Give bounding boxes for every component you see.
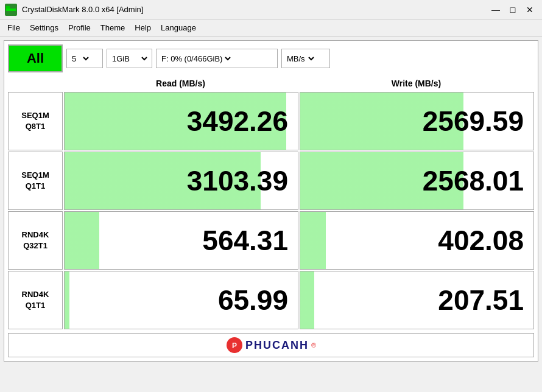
svg-rect-1 (6, 9, 16, 11)
read-value-2: 564.31 (64, 211, 298, 270)
write-value-2: 402.08 (300, 211, 534, 270)
close-button[interactable]: ✕ (523, 4, 537, 16)
row-label-1: SEQ1MQ1T1 (8, 152, 63, 210)
row-label-2: RND4KQ32T1 (8, 211, 63, 270)
controls-row: All 1 2 3 5 10 512MiB 1GiB 2GiB 4GiB 8Gi… (8, 44, 534, 72)
menu-item-file[interactable]: File (2, 21, 25, 34)
table-row: RND4KQ32T1564.31402.08 (8, 211, 534, 270)
svg-rect-2 (6, 6, 10, 9)
header-read: Read (MB/s) (63, 76, 298, 91)
read-value-3: 65.99 (64, 271, 298, 329)
row-label-3: RND4KQ1T1 (8, 271, 63, 329)
table-row: SEQ1MQ1T13103.392568.01 (8, 152, 534, 210)
phucanh-icon: P (226, 337, 243, 354)
minimize-button[interactable]: — (488, 4, 503, 16)
title-bar: CrystalDiskMark 8.0.0 x64 [Admin] — □ ✕ (0, 0, 542, 19)
table-row: SEQ1MQ8T13492.262569.59 (8, 92, 534, 150)
menu-item-help[interactable]: Help (130, 21, 156, 34)
unit-select[interactable]: MB/s GB/s IOPS μs (284, 54, 316, 64)
app-icon (5, 4, 17, 16)
window-title: CrystalDiskMark 8.0.0 x64 [Admin] (22, 5, 143, 14)
read-value-0: 3492.26 (64, 92, 298, 150)
logo-reg: ® (311, 341, 316, 349)
menu-item-language[interactable]: Language (156, 21, 201, 34)
read-value-1: 3103.39 (64, 152, 298, 210)
count-select[interactable]: 1 2 3 5 10 (69, 54, 91, 64)
menu-item-theme[interactable]: Theme (96, 21, 130, 34)
write-value-3: 207.51 (300, 271, 534, 329)
headers-row: Read (MB/s) Write (MB/s) (8, 76, 534, 91)
svg-text:P: P (232, 341, 237, 350)
header-label (8, 76, 63, 91)
data-table: SEQ1MQ8T13492.262569.59SEQ1MQ1T13103.392… (8, 92, 534, 329)
all-button[interactable]: All (8, 44, 63, 72)
unit-select-box[interactable]: MB/s GB/s IOPS μs (281, 49, 330, 68)
size-select-box[interactable]: 512MiB 1GiB 2GiB 4GiB 8GiB (107, 49, 152, 68)
table-row: RND4KQ1T165.99207.51 (8, 271, 534, 329)
menu-bar: FileSettingsProfileThemeHelpLanguage (0, 19, 542, 37)
title-bar-left: CrystalDiskMark 8.0.0 x64 [Admin] (5, 4, 143, 16)
count-select-box[interactable]: 1 2 3 5 10 (66, 49, 103, 68)
menu-item-profile[interactable]: Profile (63, 21, 96, 34)
title-bar-controls: — □ ✕ (488, 4, 537, 16)
drive-select-box[interactable]: F: 0% (0/466GiB) (156, 49, 278, 68)
maximize-button[interactable]: □ (505, 4, 520, 16)
footer-logo: P PHUCANH ® (226, 337, 316, 354)
write-value-1: 2568.01 (300, 152, 534, 210)
menu-item-settings[interactable]: Settings (25, 21, 63, 34)
footer: P PHUCANH ® (8, 333, 534, 357)
size-select[interactable]: 512MiB 1GiB 2GiB 4GiB 8GiB (110, 54, 149, 64)
write-value-0: 2569.59 (300, 92, 534, 150)
row-label-0: SEQ1MQ8T1 (8, 92, 63, 150)
logo-text: PHUCANH (245, 339, 309, 352)
drive-select[interactable]: F: 0% (0/466GiB) (159, 54, 233, 64)
main-content: All 1 2 3 5 10 512MiB 1GiB 2GiB 4GiB 8Gi… (4, 40, 538, 362)
header-write: Write (MB/s) (298, 76, 534, 91)
